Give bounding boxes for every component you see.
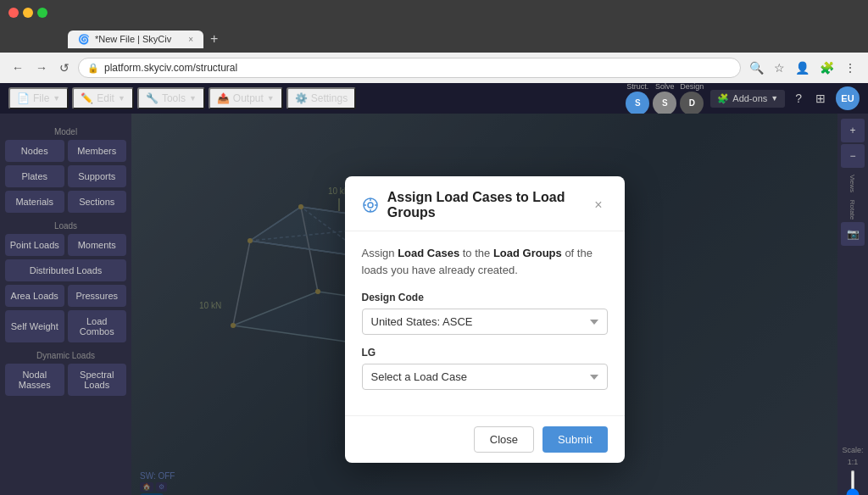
- modal-title: Assign Load Cases to Load Groups: [387, 190, 581, 220]
- sidebar-row-plates-supports: Plates Supports: [5, 165, 126, 187]
- sidebar-btn-load-combos[interactable]: Load Combos: [68, 310, 127, 342]
- desc-plain: Assign: [362, 247, 398, 259]
- modal-body: Assign Load Cases to the Load Groups of …: [345, 231, 625, 415]
- sidebar-btn-members[interactable]: Members: [68, 140, 127, 162]
- modal-header: Assign Load Cases to Load Groups ×: [345, 176, 625, 231]
- status-group: Struct. S Solve S Design D: [626, 82, 704, 115]
- zoom-in-button[interactable]: +: [841, 119, 865, 142]
- settings-menu[interactable]: ⚙️ Settings: [287, 87, 356, 109]
- main-content: Model Nodes Members Plates Supports Mate…: [0, 114, 868, 495]
- app-layout: 📄 File ▼ ✏️ Edit ▼ 🔧 Tools ▼ 📤 Output ▼ …: [0, 83, 868, 495]
- traffic-lights: [8, 8, 47, 18]
- design-code-group: Design Code United States: ASCE Europe: …: [362, 292, 608, 335]
- lg-group: LG Select a Load Case: [362, 347, 608, 390]
- browser-titlebar: [0, 0, 868, 25]
- sidebar-row-point-moments: Point Loads Moments: [5, 234, 126, 256]
- output-icon: 📤: [217, 92, 230, 104]
- sidebar-btn-distributed-loads[interactable]: Distributed Loads: [5, 259, 126, 281]
- struct-status-label: Struct.: [626, 82, 648, 91]
- modal-overlay: Assign Load Cases to Load Groups × Assig…: [131, 114, 837, 495]
- rotate-label: Rotate: [849, 200, 856, 220]
- sidebar-btn-self-weight[interactable]: Self Weight: [5, 310, 64, 342]
- browser-toolbar: ← → ↺ 🔒 platform.skyciv.com/structural 🔍…: [0, 53, 868, 83]
- lg-select[interactable]: Select a Load Case: [362, 364, 608, 390]
- settings-icon: ⚙️: [295, 92, 308, 104]
- viewport: 10 kN 10 kN S 1 10 kN SW: OFF 🏠 ⚙ S SkyC…: [131, 114, 837, 495]
- sidebar-btn-pressures[interactable]: Pressures: [68, 285, 127, 307]
- desc-mid: to the: [459, 247, 493, 259]
- sidebar-row-distributed: Distributed Loads: [5, 259, 126, 281]
- sidebar-row-materials-sections: Materials Sections: [5, 191, 126, 213]
- tools-icon: 🔧: [146, 92, 159, 104]
- browser-toolbar-icons: 🔍 ☆ 👤 🧩 ⋮: [746, 59, 860, 76]
- sidebar-btn-materials[interactable]: Materials: [5, 191, 64, 213]
- sidebar-row-nodes-members: Nodes Members: [5, 140, 126, 162]
- minimize-window-button[interactable]: [23, 8, 33, 18]
- refresh-button[interactable]: ↺: [56, 59, 73, 76]
- addons-button[interactable]: 🧩 Add-ons ▼: [710, 90, 785, 108]
- scale-slider[interactable]: [851, 470, 854, 495]
- sidebar-btn-nodes[interactable]: Nodes: [5, 140, 64, 162]
- help-button[interactable]: ?: [792, 90, 805, 107]
- sidebar-row-nodal-spectral: Nodal Masses Spectral Loads: [5, 364, 126, 396]
- grid-button[interactable]: ⊞: [812, 90, 829, 107]
- browser-chrome: 🌀 *New File | SkyCiv × +: [0, 0, 868, 53]
- tools-menu[interactable]: 🔧 Tools ▼: [137, 87, 205, 109]
- camera-button[interactable]: 📷: [841, 222, 865, 246]
- tab-close-icon[interactable]: ×: [188, 35, 193, 44]
- modal-close-x-button[interactable]: ×: [589, 196, 607, 214]
- sidebar-row-area-pressures: Area Loads Pressures: [5, 285, 126, 307]
- back-button[interactable]: ←: [8, 59, 27, 76]
- submit-button[interactable]: Submit: [542, 426, 607, 453]
- output-menu[interactable]: 📤 Output ▼: [209, 87, 283, 109]
- menu-icon[interactable]: ⋮: [841, 59, 860, 76]
- modal-footer: Close Submit: [345, 415, 625, 463]
- user-avatar[interactable]: EU: [836, 86, 860, 110]
- sidebar-btn-spectral-loads[interactable]: Spectral Loads: [68, 364, 127, 396]
- sidebar-section-model: Model: [5, 122, 126, 140]
- solve-status-circle[interactable]: S: [653, 92, 676, 115]
- account-icon[interactable]: 👤: [792, 59, 813, 76]
- address-text: platform.skyciv.com/structural: [104, 62, 237, 74]
- sidebar-btn-moments[interactable]: Moments: [68, 234, 127, 256]
- new-tab-button[interactable]: +: [205, 31, 223, 47]
- scale-value: 1:1: [848, 458, 859, 466]
- file-menu[interactable]: 📄 File ▼: [8, 87, 69, 109]
- lock-icon: 🔒: [87, 63, 99, 74]
- app-toolbar: 📄 File ▼ ✏️ Edit ▼ 🔧 Tools ▼ 📤 Output ▼ …: [0, 83, 868, 114]
- sidebar-btn-sections[interactable]: Sections: [68, 191, 127, 213]
- sidebar-btn-plates[interactable]: Plates: [5, 165, 64, 187]
- browser-tabs-bar: 🌀 *New File | SkyCiv × +: [0, 25, 868, 53]
- lg-label: LG: [362, 347, 608, 359]
- toolbar-right: Struct. S Solve S Design D 🧩 Add-ons ▼ ?…: [626, 82, 860, 115]
- views-label: Views: [849, 175, 856, 192]
- design-status-circle[interactable]: D: [680, 92, 704, 115]
- struct-status-circle[interactable]: S: [626, 92, 649, 115]
- address-bar[interactable]: 🔒 platform.skyciv.com/structural: [78, 58, 741, 78]
- bookmark-icon[interactable]: ☆: [771, 59, 788, 76]
- design-status-label: Design: [680, 82, 704, 91]
- forward-button[interactable]: →: [32, 59, 51, 76]
- browser-tab-active[interactable]: 🌀 *New File | SkyCiv ×: [68, 31, 203, 48]
- edit-menu[interactable]: ✏️ Edit ▼: [72, 87, 134, 109]
- search-icon[interactable]: 🔍: [746, 59, 767, 76]
- sidebar-btn-nodal-masses[interactable]: Nodal Masses: [5, 364, 64, 396]
- sidebar-section-dynamic: Dynamic Loads: [5, 346, 126, 364]
- maximize-window-button[interactable]: [37, 8, 47, 18]
- addons-icon: 🧩: [717, 93, 729, 104]
- solve-status-label: Solve: [655, 82, 675, 91]
- sidebar-btn-area-loads[interactable]: Area Loads: [5, 285, 64, 307]
- sidebar: Model Nodes Members Plates Supports Mate…: [0, 114, 131, 495]
- scale-section: Scale: 1:1: [842, 446, 863, 495]
- close-window-button[interactable]: [8, 8, 19, 18]
- modal-icon: [362, 195, 379, 215]
- design-code-select[interactable]: United States: ASCE Europe: Eurocode Aus…: [362, 309, 608, 335]
- sidebar-btn-point-loads[interactable]: Point Loads: [5, 234, 64, 256]
- file-icon: 📄: [17, 92, 30, 104]
- sidebar-btn-supports[interactable]: Supports: [68, 165, 127, 187]
- close-button[interactable]: Close: [474, 426, 534, 453]
- scale-label: Scale:: [842, 446, 863, 454]
- extensions-icon[interactable]: 🧩: [816, 59, 837, 76]
- desc-bold1: Load Cases: [398, 247, 459, 259]
- zoom-out-button[interactable]: −: [841, 144, 865, 168]
